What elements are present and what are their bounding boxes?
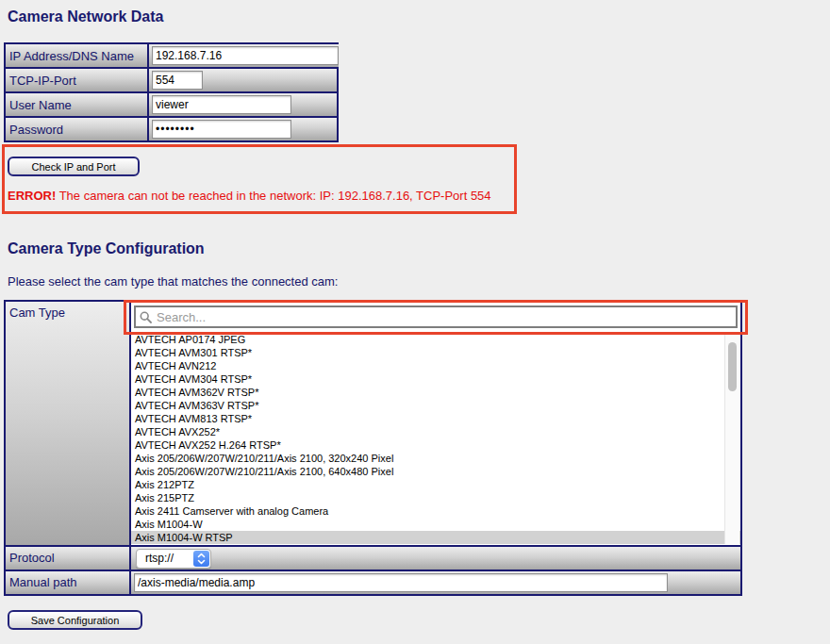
network-row-value-cell xyxy=(149,118,337,140)
cam-type-option[interactable]: AVTECH AVX252 H.264 RTSP* xyxy=(131,438,740,452)
search-icon xyxy=(140,311,152,323)
cam-type-option[interactable]: Axis 212PTZ xyxy=(131,478,740,491)
error-prefix: ERROR! xyxy=(8,189,56,203)
camtype-section-title: Camera Type Configuration xyxy=(8,240,205,257)
protocol-row: Protocol rtsp:// xyxy=(6,545,740,570)
network-row-value-cell xyxy=(149,93,337,116)
cam-type-option[interactable]: Axis M1004-W xyxy=(131,518,740,531)
check-ip-port-button[interactable]: Check IP and Port xyxy=(8,157,140,176)
network-row-label: TCP-IP-Port xyxy=(6,69,149,91)
cam-list-scrollbar[interactable] xyxy=(724,333,739,544)
network-value-input[interactable] xyxy=(152,95,291,114)
cam-type-option[interactable]: Axis 205/206W/207W/210/211/Axis 2100, 64… xyxy=(131,465,740,478)
cam-type-option[interactable]: AVTECH AVM301 RTSP* xyxy=(131,346,740,359)
cam-type-option[interactable]: Axis 205/206W/207W/210/211/Axis 2100, 32… xyxy=(131,452,740,465)
cam-type-option[interactable]: Axis M1004-W RTSP xyxy=(131,531,740,544)
network-section-title: Camera Network Data xyxy=(8,8,163,25)
manual-path-row: Manual path xyxy=(6,570,740,594)
manual-path-label: Manual path xyxy=(6,571,131,594)
network-row: IP Address/DNS Name xyxy=(6,44,337,67)
cam-search-input[interactable] xyxy=(152,309,736,325)
cam-type-option[interactable]: AVTECH AVM304 RTSP* xyxy=(131,372,740,386)
camtype-content: AVTECH AP0174 JPEGAVTECH AVM301 RTSP*AVT… xyxy=(131,302,740,545)
network-row-label: IP Address/DNS Name xyxy=(6,44,149,67)
protocol-selected-value: rtsp:// xyxy=(137,552,174,565)
network-row-value-cell xyxy=(149,44,339,67)
cam-type-option[interactable]: AVTECH AVM363V RTSP* xyxy=(131,399,740,412)
protocol-select[interactable]: rtsp:// xyxy=(136,549,211,569)
cam-type-option[interactable]: AVTECH AP0174 JPEG xyxy=(131,333,740,346)
camtype-instruction: Please select the cam type that matches … xyxy=(8,274,338,289)
error-text: The camera can not be reached in the net… xyxy=(56,189,490,203)
network-row-label: User Name xyxy=(6,93,149,116)
error-message: ERROR! The camera can not be reached in … xyxy=(8,189,491,203)
cam-type-option[interactable]: AVTECH AVM362V RTSP* xyxy=(131,386,740,399)
cam-type-list[interactable]: AVTECH AP0174 JPEGAVTECH AVM301 RTSP*AVT… xyxy=(131,333,740,545)
cam-type-option[interactable]: Axis 215PTZ xyxy=(131,491,740,504)
network-data-table: IP Address/DNS NameTCP-IP-PortUser NameP… xyxy=(4,42,339,142)
manual-path-value-cell xyxy=(131,571,740,594)
network-row-label: Password xyxy=(6,118,149,140)
protocol-label: Protocol xyxy=(6,547,131,570)
manual-path-input[interactable] xyxy=(134,573,668,592)
network-row-value-cell xyxy=(149,69,337,91)
save-configuration-button[interactable]: Save Configuration xyxy=(8,610,142,630)
cam-search-field[interactable] xyxy=(134,305,738,328)
cam-type-option[interactable]: AVTECH AVN212 xyxy=(131,359,740,372)
protocol-value-cell: rtsp:// xyxy=(131,547,740,570)
password-input[interactable] xyxy=(152,120,291,139)
camtype-label: Cam Type xyxy=(6,302,131,545)
network-row: Password xyxy=(6,116,337,140)
network-row: TCP-IP-Port xyxy=(6,67,337,91)
camera-config-page: Camera Network Data IP Address/DNS NameT… xyxy=(0,0,830,644)
camtype-table: Cam Type AVTECH AP0174 JPEGAVTECH AVM301… xyxy=(4,300,742,596)
select-stepper-icon[interactable] xyxy=(193,551,209,567)
scrollbar-thumb[interactable] xyxy=(728,342,737,391)
cam-type-option[interactable]: Axis 2411 Camserver with analog Camera xyxy=(131,504,740,518)
network-value-input[interactable] xyxy=(152,71,203,90)
network-row: User Name xyxy=(6,91,337,116)
cam-type-option[interactable]: AVTECH AVM813 RTSP* xyxy=(131,412,740,425)
cam-type-option[interactable]: AVTECH AVX252* xyxy=(131,425,740,438)
error-annotation-box xyxy=(2,144,517,214)
camtype-row: Cam Type AVTECH AP0174 JPEGAVTECH AVM301… xyxy=(6,302,740,545)
network-value-input[interactable] xyxy=(152,46,339,65)
